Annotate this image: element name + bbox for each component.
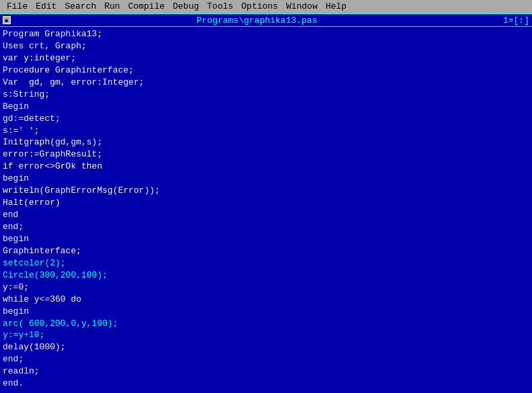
code-line-19: setcolor(2); — [3, 257, 529, 269]
code-line-3: Procedure Graphinterface; — [3, 64, 529, 77]
code-line-18: Graphinterface; — [3, 245, 529, 257]
code-line-0: Program Graphika13; — [3, 28, 529, 40]
code-line-14: Halt(error) — [3, 197, 529, 209]
titlebar-status: 1=[↕] — [503, 15, 529, 26]
code-area: Program Graphika13;Uses crt, Graph;var y… — [0, 27, 532, 393]
code-line-8: s:=' '; — [3, 125, 529, 137]
code-line-23: begin — [3, 306, 529, 318]
titlebar-left: ■ — [3, 16, 11, 24]
code-line-21: y:=0; — [3, 281, 529, 294]
menu-debug[interactable]: Debug — [169, 0, 203, 13]
code-line-2: var y:integer; — [3, 52, 529, 64]
menu-options[interactable]: Options — [237, 0, 282, 13]
code-line-13: writeln(GraphErrorMsg(Error)); — [3, 185, 529, 197]
code-line-4: Var gd, gm, error:Integer; — [3, 77, 529, 89]
titlebar: ■ Programs\graphika13.pas 1=[↕] — [0, 13, 532, 27]
code-line-12: begin — [3, 173, 529, 185]
code-line-9: Initgraph(gd,gm,s); — [3, 136, 529, 148]
code-line-24: arc( 600,200,0,y,100); — [3, 318, 529, 330]
menu-file[interactable]: File — [3, 0, 32, 13]
code-line-7: gd:=detect; — [3, 113, 529, 125]
menu-window[interactable]: Window — [282, 0, 322, 13]
window-button[interactable]: ■ — [3, 16, 11, 24]
menu-search[interactable]: Search — [60, 0, 100, 13]
code-line-15: end — [3, 209, 529, 221]
code-line-10: error:=GraphResult; — [3, 148, 529, 161]
menu-compile[interactable]: Compile — [124, 0, 169, 13]
menu-edit[interactable]: Edit — [32, 0, 60, 13]
menu-run[interactable]: Run — [100, 0, 124, 13]
menu-tools[interactable]: Tools — [203, 0, 237, 13]
code-line-16: end; — [3, 221, 529, 233]
code-line-1: Uses crt, Graph; — [3, 40, 529, 52]
code-line-28: readln; — [3, 365, 529, 378]
code-line-20: Circle(300,200,100); — [3, 269, 529, 281]
menubar: File Edit Search Run Compile Debug Tools… — [0, 0, 532, 13]
code-line-27: end; — [3, 353, 529, 365]
code-line-6: Begin — [3, 101, 529, 113]
code-line-5: s:String; — [3, 89, 529, 101]
code-line-11: if error<>GrOk then — [3, 161, 529, 173]
code-line-29: end. — [3, 378, 529, 390]
code-line-22: while y<=360 do — [3, 294, 529, 306]
menu-help[interactable]: Help — [322, 0, 351, 13]
code-line-26: delay(1000); — [3, 341, 529, 353]
titlebar-title: Programs\graphika13.pas — [197, 15, 317, 26]
code-line-17: begin — [3, 233, 529, 245]
code-line-25: y:=y+10; — [3, 329, 529, 341]
